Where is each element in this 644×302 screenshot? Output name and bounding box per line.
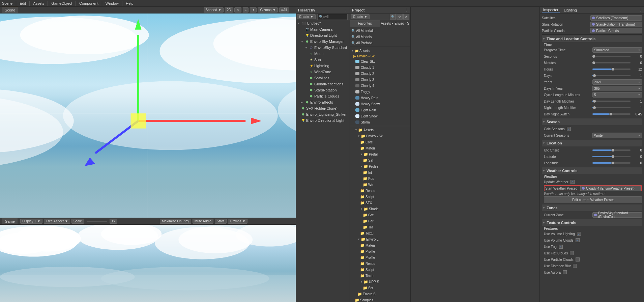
hier-sfx-holder[interactable]: ⬢ SFX Holder(Clone) <box>296 105 350 111</box>
proj-all-materials[interactable]: 🔍 All Materials <box>350 28 410 34</box>
menu-help[interactable]: Help <box>126 1 134 5</box>
seconds-slider[interactable] <box>592 56 631 57</box>
feature-controls-header[interactable]: ▼ Feature Controls <box>542 219 642 226</box>
proj-materi2-folder[interactable]: 📁 Materi <box>350 242 410 248</box>
light-toggle[interactable]: ☀ <box>234 7 241 12</box>
proj-textu-folder[interactable]: 📁 Textu <box>350 230 410 236</box>
proj-scr-folder[interactable]: 📁 Scr <box>350 285 410 291</box>
days-in-year-field[interactable]: 365 <box>592 86 642 91</box>
days-slider-thumb[interactable] <box>593 74 596 77</box>
game-gizmos-btn[interactable]: Gizmos ▼ <box>228 219 248 224</box>
gizmos-btn[interactable]: Gizmos ▼ <box>258 7 278 12</box>
hierarchy-search[interactable]: 🔍 <box>317 14 348 20</box>
proj-enviro-l-folder[interactable]: ▼ 📁 Enviro L <box>350 236 410 242</box>
zones-header[interactable]: ▼ Zones <box>542 204 642 211</box>
mute-audio-btn[interactable]: Mute Audio <box>193 219 213 224</box>
latitude-slider[interactable] <box>592 156 631 157</box>
proj-assets-folder[interactable]: ▼ 📁 Assets <box>350 127 410 133</box>
current-seasons-dropdown[interactable]: Winter <box>592 133 642 138</box>
hier-satellites[interactable]: ⬢ Satallites <box>296 75 350 81</box>
project-settings-btn[interactable]: ⚙ <box>397 14 403 20</box>
hier-lightning[interactable]: ⚡ Lightning <box>296 63 350 69</box>
weather-item-heavy-snow[interactable]: Heavy Snow <box>350 101 410 107</box>
hier-main-camera[interactable]: 📷 Main Camera <box>296 26 350 32</box>
hierarchy-search-input[interactable] <box>323 15 346 19</box>
hours-slider[interactable] <box>592 68 631 70</box>
menu-gameobject[interactable]: GameObject <box>51 1 72 5</box>
night-length-slider[interactable] <box>592 107 631 108</box>
proj-profile3-folder[interactable]: 📁 Profile <box>350 254 410 260</box>
weather-item-storm[interactable]: Storm <box>350 119 410 125</box>
tab-inspector[interactable]: Inspector <box>542 8 560 12</box>
project-close-btn[interactable]: ✕ <box>403 14 409 20</box>
minutes-slider-thumb[interactable] <box>592 61 595 64</box>
minutes-slider[interactable] <box>592 62 631 63</box>
particle-clouds-ref-field[interactable]: Particle Clouds <box>590 28 642 33</box>
stars-rotation-ref-field[interactable]: StarsRotation (Transform) <box>590 22 642 27</box>
weather-item-cloudy2[interactable]: Cloudy 2 <box>350 71 410 77</box>
proj-resou-folder[interactable]: 📁 Resou <box>350 188 410 194</box>
seconds-slider-thumb[interactable] <box>592 55 595 58</box>
longitude-slider[interactable] <box>592 162 631 164</box>
days-slider[interactable] <box>592 75 631 76</box>
night-length-thumb[interactable] <box>593 106 596 109</box>
display-dropdown[interactable]: Display 1 ▼ <box>20 219 42 224</box>
hier-moon[interactable]: ○ Moon <box>296 51 350 57</box>
hours-slider-thumb[interactable] <box>612 68 614 71</box>
proj-core-folder[interactable]: 📁 Core <box>350 139 410 145</box>
audio-toggle[interactable]: ♪ <box>243 7 248 12</box>
project-min-btn[interactable]: ⋮ <box>405 8 408 12</box>
menu-edit[interactable]: Edit <box>20 1 26 5</box>
proj-sfx-folder[interactable]: 📁 SFX <box>350 200 410 206</box>
project-search-btn[interactable]: 🔍 <box>390 14 396 20</box>
years-field[interactable]: 2021 <box>592 79 642 85</box>
menu-assets[interactable]: Assets <box>33 1 44 5</box>
tab-assets-path[interactable]: Assets ▸ Enviro - S <box>380 20 411 27</box>
location-header[interactable]: ▼ Location <box>542 140 642 146</box>
weather-item-heavy-rain[interactable]: Heavy Rain <box>350 95 410 101</box>
proj-par-folder[interactable]: 📁 Par <box>350 218 410 224</box>
time-location-header[interactable]: ▼ Time and Location Controls <box>542 35 642 42</box>
use-flat-clouds-checkbox[interactable] <box>570 251 574 255</box>
tab-game[interactable]: Game <box>2 218 18 224</box>
season-header[interactable]: ▼ Season <box>542 118 642 125</box>
hier-sun[interactable]: ☀ Sun <box>296 57 350 63</box>
hier-global-reflections[interactable]: ⬢ GlobalReflections <box>296 81 350 87</box>
weather-item-light-snow[interactable]: Light Snow <box>350 113 410 119</box>
hier-stars-rotation[interactable]: ⬢ StarsRotation <box>296 87 350 93</box>
weather-item-cloudy1[interactable]: Cloudy 1 <box>350 64 410 71</box>
proj-prefal-folder[interactable]: ▼ 📁 Prefal <box>350 151 410 157</box>
use-volume-lighting-checkbox[interactable] <box>577 232 581 236</box>
tab-scene[interactable]: Scene <box>2 7 18 13</box>
fx-toggle[interactable]: ✦ <box>250 7 257 12</box>
weather-item-cloudy3[interactable]: Cloudy 3 <box>350 77 410 83</box>
use-particle-clouds-checkbox[interactable] <box>576 257 580 262</box>
longitude-thumb[interactable] <box>612 162 614 164</box>
day-night-thumb[interactable] <box>610 113 612 115</box>
hierarchy-scene-root[interactable]: ▼ ⬛ Untitled* <box>296 20 350 26</box>
proj-int-folder[interactable]: 📁 Int <box>350 169 410 175</box>
menu-window[interactable]: Window <box>106 1 119 5</box>
proj-textu2-folder[interactable]: 📁 Textu <box>350 273 410 279</box>
proj-tra-folder[interactable]: 📁 Tra <box>350 224 410 230</box>
weather-item-light-rain[interactable]: Light Rain <box>350 107 410 113</box>
proj-materi-folder[interactable]: 📁 Materi <box>350 145 410 151</box>
day-length-thumb[interactable] <box>593 100 596 103</box>
proj-we-folder[interactable]: 📁 We <box>350 182 410 188</box>
proj-all-prefabs[interactable]: 🔍 All Prefabs <box>350 40 410 46</box>
latitude-thumb[interactable] <box>612 155 614 158</box>
shaded-dropdown[interactable]: Shaded ▼ <box>204 7 224 12</box>
tab-lighting[interactable]: Lighting <box>562 8 578 12</box>
2d-toggle[interactable]: 2D <box>225 7 233 12</box>
calc-seasons-checkbox[interactable] <box>567 127 571 131</box>
start-weather-value-field[interactable]: Cloudy 4 (EnviroWeatherPreset) <box>580 186 641 191</box>
edit-weather-preset-btn[interactable]: Edit current Weather Preset <box>544 196 642 203</box>
scene-min-btn[interactable]: ⋮ <box>290 8 294 12</box>
weather-header[interactable]: ▼ Weather Controls <box>542 167 642 174</box>
hierarchy-min-btn[interactable]: ⋮ <box>344 8 348 12</box>
use-distance-blur-checkbox[interactable] <box>573 264 577 268</box>
tab-favorites[interactable]: Favorites <box>350 20 380 27</box>
all-btn[interactable]: ≡All <box>279 7 289 12</box>
hier-dir-light[interactable]: 💡 Directional Light <box>296 32 350 38</box>
hier-enviro-dir-light[interactable]: 💡 Enviro Directional Light <box>296 117 350 123</box>
